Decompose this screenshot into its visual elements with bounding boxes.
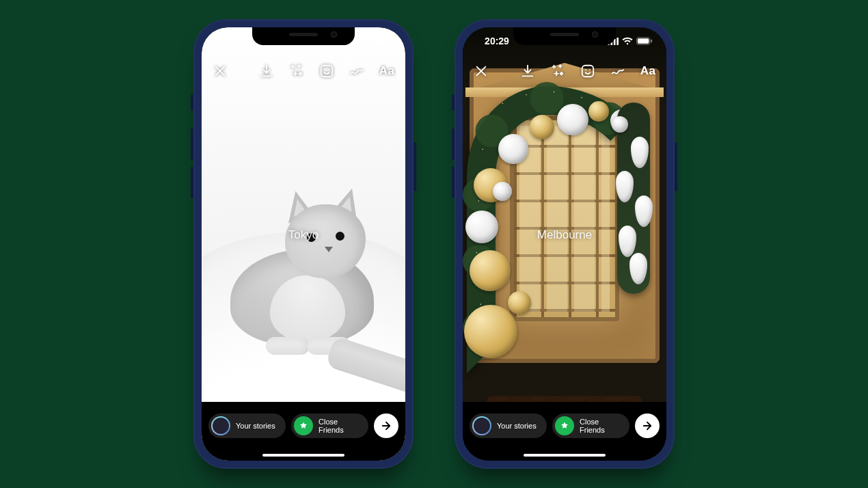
svg-point-9	[328, 69, 329, 70]
svg-point-18	[585, 69, 586, 70]
power-button	[413, 142, 416, 191]
close-friends-label: Close Friends	[580, 418, 621, 434]
close-friends-button[interactable]: Close Friends	[291, 414, 368, 438]
share-bar: Your stories Close Friends	[463, 402, 666, 461]
status-time: 20:29	[215, 36, 256, 46]
story-photo	[202, 27, 405, 461]
text-tool-button[interactable]: Aa	[378, 62, 396, 80]
your-stories-button[interactable]: Your stories	[470, 414, 547, 438]
silence-switch	[191, 94, 193, 111]
device-notch	[513, 27, 616, 45]
your-stories-label: Your stories	[236, 422, 275, 430]
phone-screen: 20:29	[202, 27, 405, 461]
send-button[interactable]	[374, 414, 398, 438]
power-button	[675, 142, 677, 191]
phone-mockup: 20:29	[455, 19, 675, 469]
svg-rect-7	[321, 66, 333, 77]
svg-rect-5	[377, 38, 388, 43]
story-photo	[463, 27, 666, 461]
sticker-icon[interactable]	[579, 62, 597, 80]
filter-name-label: Melbourne	[537, 228, 592, 242]
silence-switch	[452, 94, 455, 111]
story-toolbar: Aa	[463, 57, 666, 85]
svg-rect-6	[390, 40, 391, 43]
battery-icon	[375, 37, 392, 45]
filter-name-label: Tokyo	[288, 228, 318, 242]
status-time: 20:29	[476, 36, 517, 46]
download-icon[interactable]	[519, 62, 537, 80]
battery-icon	[636, 37, 653, 45]
draw-icon[interactable]	[348, 62, 366, 80]
close-icon[interactable]	[472, 62, 490, 80]
close-friends-icon	[294, 416, 313, 435]
effects-icon[interactable]	[288, 62, 306, 80]
story-canvas[interactable]: Tokyo Aa	[202, 27, 405, 461]
text-tool-button[interactable]: Aa	[639, 62, 657, 80]
story-canvas[interactable]: Melbourne Aa	[463, 27, 666, 461]
sticker-icon[interactable]	[318, 62, 336, 80]
device-notch	[252, 27, 355, 45]
draw-icon[interactable]	[609, 62, 627, 80]
wifi-icon	[361, 37, 372, 45]
svg-point-19	[589, 69, 591, 70]
svg-rect-15	[638, 38, 649, 43]
close-friends-label: Close Friends	[318, 418, 360, 434]
volume-up-button	[191, 128, 193, 160]
send-button[interactable]	[635, 414, 660, 438]
phone-screen: 20:29	[463, 27, 666, 461]
volume-down-button	[452, 167, 455, 198]
your-stories-label: Your stories	[497, 422, 537, 430]
close-icon[interactable]	[211, 62, 229, 80]
svg-rect-16	[651, 40, 652, 43]
svg-rect-3	[355, 38, 357, 45]
story-toolbar: Aa	[202, 57, 405, 85]
download-icon[interactable]	[258, 62, 275, 80]
svg-rect-13	[616, 38, 619, 45]
svg-rect-17	[582, 66, 594, 77]
avatar-icon	[472, 416, 491, 435]
svg-point-8	[324, 69, 325, 70]
home-indicator[interactable]	[262, 454, 344, 457]
close-friends-button[interactable]: Close Friends	[552, 414, 629, 438]
phone-mockup: 20:29	[193, 19, 413, 469]
your-stories-button[interactable]: Your stories	[208, 414, 286, 438]
close-friends-icon	[555, 416, 574, 435]
volume-up-button	[452, 128, 455, 160]
wifi-icon	[622, 37, 633, 45]
effects-icon[interactable]	[549, 62, 567, 80]
home-indicator[interactable]	[524, 454, 606, 457]
volume-down-button	[191, 167, 193, 198]
avatar-icon	[211, 416, 230, 435]
share-bar: Your stories Close Friends	[202, 402, 405, 461]
